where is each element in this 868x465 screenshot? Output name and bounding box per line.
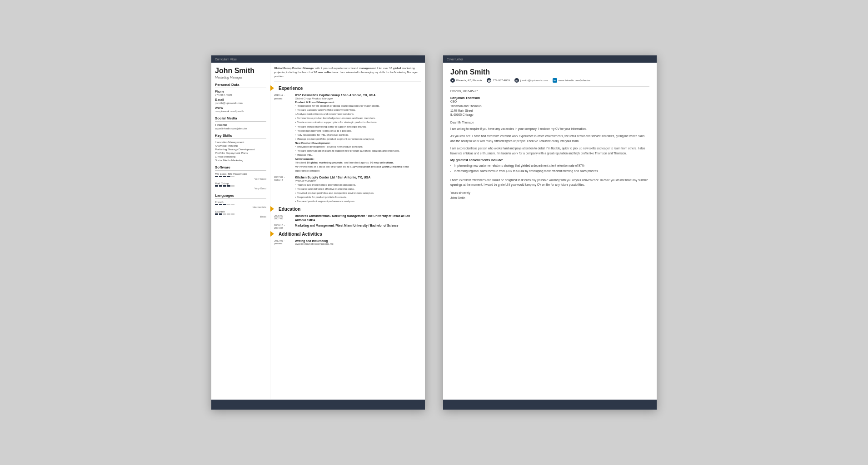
linkedin-icon: in xyxy=(553,78,557,83)
exp-entry-1: 2010-12 -present XYZ Cosmetics Capital G… xyxy=(274,94,421,173)
activities-label: Additional Activities xyxy=(279,232,322,237)
education-arrow xyxy=(270,206,274,212)
cv-main-content: Global Group Product Manager with 7 year… xyxy=(270,63,425,399)
dot2 xyxy=(219,213,222,215)
edu-degree-1: Business Administration / Marketing Mana… xyxy=(295,214,421,222)
exp-bullet: • Provided product portfolios and compet… xyxy=(295,191,421,195)
personal-data-section: Personal Data xyxy=(215,83,266,88)
cv-header-bar: Curriculum Vitae xyxy=(211,55,425,63)
email-icon: ✉ xyxy=(514,78,519,83)
skill-social: Social Media Marketing xyxy=(215,159,266,162)
education-section-title: Education xyxy=(274,206,421,212)
dot1 xyxy=(215,204,218,205)
cl-header-label: Cover Letter xyxy=(447,58,463,61)
edu-entry-2: 2000-10 -2004-05 Marketing and Managemen… xyxy=(274,224,421,229)
exp-bullet: • Innovation development - develop new p… xyxy=(295,145,421,148)
dot1 xyxy=(215,213,218,215)
cl-achievements-title: My greatest achievements include: xyxy=(450,158,649,162)
exp-subsection-brand: Product & Brand Management: xyxy=(295,101,421,104)
cv-document: Curriculum Vitae John Smith Marketing Ma… xyxy=(211,55,425,410)
dot2 xyxy=(219,185,222,187)
activity-entry-1: 2012-01 -present Writing and Influencing… xyxy=(274,239,421,245)
edu-degree-2: Marketing and Management / West Miami Un… xyxy=(295,224,421,228)
cl-body: John Smith ● Phoenix, AZ, Phoenix ☎ 774-… xyxy=(443,63,657,216)
activity-content-1: Writing and Influencing www.mymarketingc… xyxy=(295,239,334,245)
exp-bullet: • Manage product portfolio (product segm… xyxy=(295,137,421,141)
dot4 xyxy=(227,204,230,205)
cl-phone: ☎ 774-987-4009 xyxy=(487,78,509,83)
www-label: WWW xyxy=(215,106,266,109)
language-spanish: Spanish xyxy=(215,210,266,213)
phone-label: Phone xyxy=(215,90,266,93)
exp-bullet: • Responsible for product portfolio fore… xyxy=(295,195,421,199)
software-excel: MS Excel, MS PowerPoint xyxy=(215,173,266,175)
phone-icon: ☎ xyxy=(487,78,491,83)
dot3 xyxy=(223,176,226,177)
exp-bullet: • Planned and implemented promotional ca… xyxy=(295,183,421,187)
cv-body: John Smith Marketing Manager Personal Da… xyxy=(211,63,425,399)
dot5 xyxy=(231,185,234,187)
exp-company-2: Kitchen Supply Center Ltd / San Antonio,… xyxy=(295,176,421,179)
cv-intro: Global Group Product Manager with 7 year… xyxy=(274,66,421,82)
edu-date-1: 2005-09 -2007-05 xyxy=(274,214,292,222)
exp-bullet: • Prepare Category and Portfolio Deploym… xyxy=(295,108,421,112)
skill-marketing-strategy: Marketing Strategy Development xyxy=(215,148,266,151)
cl-recipient-company: Thomson and Thomson xyxy=(450,104,649,109)
documents-container: Curriculum Vitae John Smith Marketing Ma… xyxy=(211,55,657,410)
cl-phone-text: 774-987-4009 xyxy=(493,79,509,82)
email-label: E-mail xyxy=(215,98,266,101)
cl-linkedin: in www.linkedin.com/johnutw xyxy=(553,78,590,83)
edu-entry-1: 2005-09 -2007-05 Business Administration… xyxy=(274,214,421,222)
education-label: Education xyxy=(279,207,300,212)
exp-position-2: Product Manager xyxy=(295,179,421,182)
cl-date: Phoenix, 2016-05-17 xyxy=(450,89,649,93)
email-value: j.smith@uptowork.com xyxy=(215,102,266,104)
software-mailchimp: Mail Chimp xyxy=(215,182,266,185)
dot5 xyxy=(231,204,234,205)
dot5 xyxy=(231,213,234,215)
location-icon: ● xyxy=(450,78,455,83)
dot2 xyxy=(219,204,222,205)
exp-bullet: • Project management (teams of up to 5 p… xyxy=(295,129,421,133)
dot4 xyxy=(227,213,230,215)
skill-analytical: Analytical Thinking xyxy=(215,144,266,147)
dot1 xyxy=(215,176,218,177)
exp-bullet: • Communicate product knowledge to custo… xyxy=(295,116,421,120)
activity-date-1: 2012-01 -present xyxy=(274,239,292,245)
experience-arrow xyxy=(270,85,274,91)
exp-bullet: • Responsible for the creation of global… xyxy=(295,104,421,108)
exp-company-1: XYZ Cosmetics Capital Group / San Antoni… xyxy=(295,94,421,97)
mailchimp-rating-bar xyxy=(215,185,266,187)
dot4 xyxy=(227,176,230,177)
exp-achievement-1: I finalized 10 global marketing projects… xyxy=(295,161,421,164)
www-value: cv.uptowork.com/j.smith xyxy=(215,110,266,113)
activity-url-1: www.mymarketingcampaigns.me xyxy=(295,242,334,245)
activities-section-title: Additional Activities xyxy=(274,231,421,237)
cl-contact-row: ● Phoenix, AZ, Phoenix ☎ 774-987-4009 ✉ … xyxy=(450,78,649,83)
cl-paragraph-1: I am writing to enquire if you have any … xyxy=(450,127,649,131)
languages-section: Languages xyxy=(215,193,266,199)
exp-bullet: • Manage P&L. xyxy=(295,153,421,157)
cv-name: John Smith xyxy=(215,66,266,75)
cl-recipient-title: CEO xyxy=(450,99,649,104)
spanish-rating-label: Basic xyxy=(215,215,266,218)
exp-date-1: 2010-12 -present xyxy=(274,94,292,173)
cv-sidebar: John Smith Marketing Manager Personal Da… xyxy=(211,63,270,399)
linkedin-value: www.linkedin.com/johnutw xyxy=(215,127,266,130)
exp-content-2: Kitchen Supply Center Ltd / San Antonio,… xyxy=(295,176,421,204)
exp-bullet: • Create communication support plans for… xyxy=(295,120,421,124)
cl-location-text: Phoenix, AZ, Phoenix xyxy=(456,79,482,82)
exp-bullet: • Prepared and delivered effective marke… xyxy=(295,187,421,191)
skill-innovation: Innovation Management xyxy=(215,141,266,143)
exp-bullet: • Prepare communication plans to support… xyxy=(295,149,421,153)
activity-title-1: Writing and Influencing xyxy=(295,239,334,242)
edu-content-2: Marketing and Management / West Miami Un… xyxy=(295,224,421,229)
cl-email-text: j.smith@uptowork.com xyxy=(520,79,548,82)
skill-portfolio: Portfolio Deployment Plans xyxy=(215,152,266,154)
social-media-section: Social Media xyxy=(215,116,266,122)
cl-closing-paragraph: I have excellent references and would be… xyxy=(450,178,649,188)
dot2 xyxy=(219,176,222,177)
edu-date-2: 2000-10 -2004-05 xyxy=(274,224,292,229)
exp-bullet: • Prepared product segment performance a… xyxy=(295,199,421,203)
dot3 xyxy=(223,213,226,215)
